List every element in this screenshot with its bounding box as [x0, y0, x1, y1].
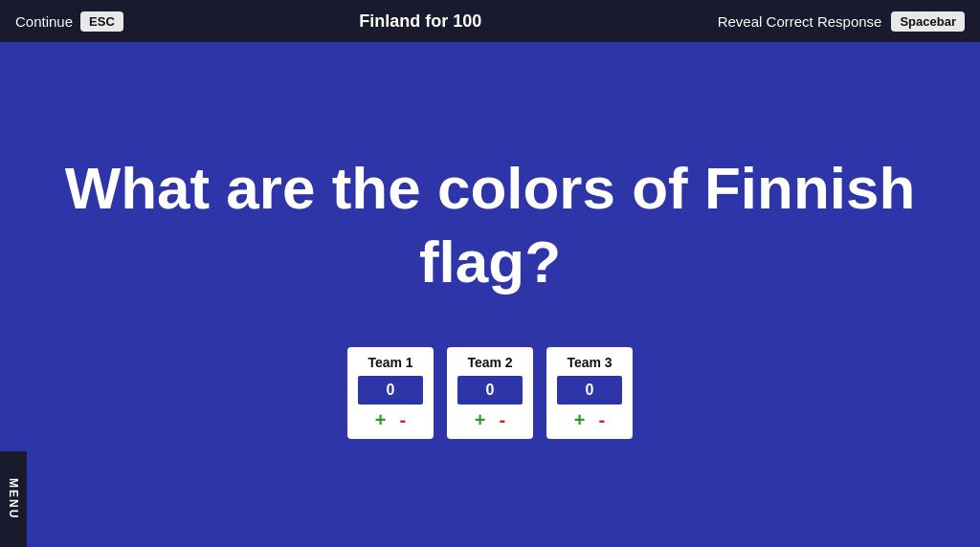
- topbar-left: Continue ESC: [15, 11, 123, 32]
- team-1-name: Team 1: [368, 355, 412, 370]
- topbar-right: Reveal Correct Response Spacebar: [718, 11, 965, 32]
- team-2-minus-button[interactable]: -: [500, 410, 506, 429]
- team-3-score: 0: [557, 376, 622, 405]
- team-3-minus-button[interactable]: -: [599, 410, 606, 429]
- team-3-name: Team 3: [567, 355, 612, 370]
- team-1-minus-button[interactable]: -: [400, 410, 407, 429]
- menu-button[interactable]: MENU: [0, 451, 27, 547]
- reveal-key-badge[interactable]: Spacebar: [891, 11, 965, 32]
- team-card-1: Team 1 0 + -: [347, 347, 434, 439]
- continue-key-badge[interactable]: ESC: [80, 11, 123, 32]
- team-2-name: Team 2: [467, 355, 512, 370]
- team-card-2: Team 2 0 + -: [447, 347, 533, 439]
- topbar: Continue ESC Finland for 100 Reveal Corr…: [0, 0, 980, 42]
- team-2-score: 0: [457, 376, 523, 405]
- team-2-controls: + -: [475, 410, 505, 429]
- question-text: What are the colors of Finnish flag?: [0, 151, 980, 299]
- teams-row: Team 1 0 + - Team 2 0 + - Team 3 0 + -: [347, 347, 633, 439]
- team-1-plus-button[interactable]: +: [375, 410, 387, 429]
- team-1-score: 0: [358, 376, 423, 405]
- team-3-controls: + -: [574, 410, 605, 429]
- team-2-plus-button[interactable]: +: [475, 410, 486, 429]
- team-1-controls: + -: [375, 410, 406, 429]
- reveal-label: Reveal Correct Response: [718, 13, 882, 30]
- team-3-plus-button[interactable]: +: [574, 410, 586, 429]
- main-content: What are the colors of Finnish flag? Tea…: [0, 42, 980, 547]
- team-card-3: Team 3 0 + -: [546, 347, 633, 439]
- continue-label: Continue: [15, 13, 73, 30]
- topbar-title: Finland for 100: [359, 11, 481, 32]
